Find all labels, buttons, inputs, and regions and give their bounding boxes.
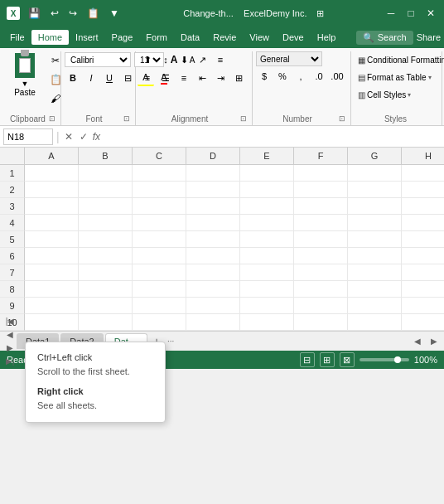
cell-e8[interactable] [240,281,294,298]
cell-g9[interactable] [348,298,402,314]
menu-page[interactable]: Page [105,30,140,45]
cell-e7[interactable] [240,264,294,281]
italic-button[interactable]: I [83,70,99,86]
row-header-3[interactable]: 3 [0,198,25,215]
underline-button[interactable]: U [101,70,118,86]
cell-a2[interactable] [25,182,79,198]
share-button[interactable]: Share [417,32,441,42]
cell-styles-button[interactable]: ▥ Cell Styles ▾ [355,86,414,103]
border-button[interactable]: ⊟ [119,70,136,86]
cell-h7[interactable] [402,264,444,281]
sheet-nav-right[interactable]: ··· [167,337,174,346]
font-launcher[interactable]: ⊡ [123,114,130,123]
menu-developer[interactable]: Deve [276,30,311,45]
menu-home[interactable]: Home [31,30,69,45]
cell-a10[interactable] [25,314,79,331]
increase-decimal-button[interactable]: .00 [329,68,345,85]
cell-c9[interactable] [133,298,186,314]
cell-g6[interactable] [348,248,402,264]
cell-e10[interactable] [240,314,294,331]
row-header-8[interactable]: 8 [0,281,25,298]
paste-button[interactable]: ▼ Paste [7,51,43,99]
cell-a1[interactable] [25,165,79,182]
cell-b7[interactable] [79,264,133,281]
align-top-button[interactable]: ⬆ [139,51,156,68]
cell-d6[interactable] [186,248,240,264]
page-layout-button[interactable]: ⊞ [320,352,335,367]
merge-cells-button[interactable]: ⊞ [230,70,247,86]
cell-c4[interactable] [133,215,186,231]
menu-insert[interactable]: Insert [69,30,105,45]
col-header-h[interactable]: H [402,148,444,164]
cell-g2[interactable] [348,182,402,198]
menu-view[interactable]: View [243,30,276,45]
tab-scroll-left-button[interactable]: ◀ [411,335,424,348]
cell-f2[interactable] [294,182,348,198]
cell-e5[interactable] [240,231,294,248]
cell-b1[interactable] [79,165,133,182]
wrap-text-button[interactable]: ≡ [212,51,229,68]
scroll-to-first-sheet-button[interactable]: |◀ [3,315,17,328]
cell-f7[interactable] [294,264,348,281]
bold-button[interactable]: B [65,70,81,86]
cell-h4[interactable] [402,215,444,231]
alignment-launcher[interactable]: ⊡ [240,114,247,123]
number-launcher[interactable]: ⊡ [339,114,345,123]
cell-d3[interactable] [186,198,240,215]
tab-scroll-right-button[interactable]: ▶ [427,335,441,348]
row-header-6[interactable]: 6 [0,248,25,264]
cell-f10[interactable] [294,314,348,331]
cell-g8[interactable] [348,281,402,298]
menu-form[interactable]: Form [139,30,174,45]
cell-c2[interactable] [133,182,186,198]
scroll-left-sheet-button[interactable]: ◀ [3,328,17,342]
text-direction-button[interactable]: ↗ [194,51,210,68]
cell-c1[interactable] [133,165,186,182]
align-middle-button[interactable]: ↕ [157,51,174,68]
undo-button[interactable]: ↩ [47,6,62,21]
cell-g3[interactable] [348,198,402,215]
col-header-d[interactable]: D [186,148,240,164]
cell-a4[interactable] [25,215,79,231]
redo-button[interactable]: ↪ [65,6,80,21]
cell-d9[interactable] [186,298,240,314]
cell-h3[interactable] [402,198,444,215]
name-box[interactable] [3,128,53,145]
cell-e1[interactable] [240,165,294,182]
cell-f6[interactable] [294,248,348,264]
cell-h1[interactable] [402,165,444,182]
cell-h10[interactable] [402,314,444,331]
cell-a7[interactable] [25,264,79,281]
col-header-c[interactable]: C [133,148,186,164]
search-box[interactable]: 🔍 Search [356,31,413,45]
cell-h6[interactable] [402,248,444,264]
row-header-4[interactable]: 4 [0,215,25,231]
confirm-formula-button[interactable]: ✓ [78,129,89,144]
cell-a5[interactable] [25,231,79,248]
formula-input[interactable] [104,130,441,143]
cell-c8[interactable] [133,281,186,298]
cell-d5[interactable] [186,231,240,248]
cell-h2[interactable] [402,182,444,198]
scroll-to-last-sheet-button[interactable]: ▶| [3,355,17,368]
cell-h9[interactable] [402,298,444,314]
menu-file[interactable]: File [3,30,31,45]
cell-g4[interactable] [348,215,402,231]
print-button[interactable]: 📋 [84,6,103,21]
cell-g1[interactable] [348,165,402,182]
cell-b8[interactable] [79,281,133,298]
close-button[interactable]: ✕ [424,7,437,20]
cell-e2[interactable] [240,182,294,198]
cancel-formula-button[interactable]: ✕ [63,129,75,144]
decrease-indent-button[interactable]: ⇤ [194,70,210,86]
cell-b4[interactable] [79,215,133,231]
zoom-slider[interactable] [360,358,409,361]
save-button[interactable]: 💾 [25,6,44,21]
page-break-button[interactable]: ⊠ [340,352,355,367]
cell-e3[interactable] [240,198,294,215]
cell-f1[interactable] [294,165,348,182]
cell-c6[interactable] [133,248,186,264]
cell-b9[interactable] [79,298,133,314]
col-header-e[interactable]: E [240,148,294,164]
cell-a6[interactable] [25,248,79,264]
